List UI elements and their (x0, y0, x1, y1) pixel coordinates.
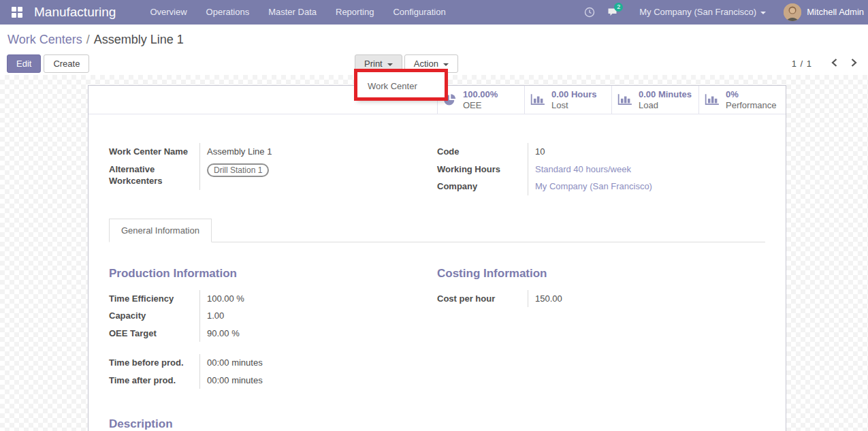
field-value: Drill Station 1 (199, 161, 406, 190)
field-label: Company (437, 178, 528, 195)
pager-next-icon[interactable] (844, 59, 864, 69)
breadcrumb-current: Assembly Line 1 (94, 33, 184, 46)
stat-button-performance[interactable]: 0% Performance (698, 86, 786, 114)
field-value: 90.00 % (199, 325, 406, 342)
menu-operations[interactable]: Operations (197, 0, 259, 25)
costing-information-section: Costing Information Cost per hour 150.00 (437, 267, 765, 389)
navbar-systray: 2 My Company (San Francisco) Mitchell Ad… (578, 0, 864, 25)
action-button[interactable]: Action (404, 54, 458, 73)
field-value: 00:00 minutes (199, 354, 406, 372)
main-menu: Overview Operations Master Data Reportin… (140, 0, 455, 25)
messages-count-badge: 2 (614, 3, 623, 12)
print-dropdown-menu: Work Center (357, 71, 446, 101)
action-label: Action (414, 59, 438, 69)
form-sheet: 100.00% OEE 0.00 Hours Lost (88, 85, 786, 431)
user-photo (784, 3, 801, 21)
create-button[interactable]: Create (44, 54, 89, 73)
menu-configuration[interactable]: Configuration (383, 0, 455, 25)
stat-value: 0.00 Hours (551, 89, 596, 100)
field-label: Working Hours (437, 161, 528, 178)
field-time-before-prod: Time before prod. 00:00 minutes (109, 354, 406, 372)
apps-menu-icon[interactable] (7, 0, 27, 25)
field-label: Time before prod. (109, 354, 199, 372)
stat-value: 0.00 Minutes (639, 89, 692, 100)
company-link[interactable]: My Company (San Francisco) (535, 181, 652, 191)
field-label: Code (437, 143, 528, 161)
menu-master-data[interactable]: Master Data (259, 0, 326, 25)
section-title: Production Information (109, 267, 406, 281)
stat-label: OEE (463, 100, 498, 111)
company-name: My Company (San Francisco) (639, 7, 756, 17)
print-menu-item-work-center[interactable]: Work Center (357, 79, 445, 93)
production-information-section: Production Information Time Efficiency 1… (109, 267, 437, 389)
tab-general-information[interactable]: General Information (109, 219, 212, 242)
description-section: Description Assembly Line 1 Wok Center I… (109, 417, 765, 431)
field-code: Code 10 (437, 143, 735, 161)
stat-button-load[interactable]: 0.00 Minutes Load (611, 86, 698, 114)
chevron-down-icon (760, 12, 766, 14)
bar-chart-icon (705, 94, 720, 106)
stat-label: Performance (726, 100, 776, 111)
activities-clock-icon[interactable] (578, 0, 601, 25)
messages-icon[interactable]: 2 (601, 0, 624, 25)
field-label: Capacity (109, 307, 199, 325)
stat-button-lost[interactable]: 0.00 Hours Lost (524, 86, 611, 114)
avatar[interactable] (784, 3, 801, 21)
menu-overview[interactable]: Overview (140, 0, 196, 25)
field-value: Assembly Line 1 (199, 143, 406, 161)
menu-reporting[interactable]: Reporting (326, 0, 383, 25)
field-time-efficiency: Time Efficiency 100.00 % (109, 290, 406, 308)
field-working-hours: Working Hours Standard 40 hours/week (437, 161, 735, 178)
stat-label: Load (639, 100, 692, 111)
form-right-column: Code 10 Working Hours Standard 40 hours/… (437, 143, 765, 195)
pager-previous-icon[interactable] (824, 59, 844, 69)
field-label: Cost per hour (437, 290, 528, 308)
stat-value: 0% (726, 89, 776, 100)
field-label: Alternative Workcenters (109, 161, 199, 190)
field-label: Time Efficiency (109, 290, 199, 308)
section-title: Costing Information (437, 267, 735, 281)
cp-action-buttons: Print Action (355, 54, 458, 73)
stat-button-oee[interactable]: 100.00% OEE (437, 86, 524, 114)
form-buttons: Edit Create (7, 54, 89, 73)
main-content: 100.00% OEE 0.00 Hours Lost (0, 75, 868, 431)
field-capacity: Capacity 1.00 (109, 307, 406, 325)
field-time-after-prod: Time after prod. 00:00 minutes (109, 372, 406, 389)
field-label: Work Center Name (109, 143, 199, 161)
field-value: 1.00 (199, 307, 406, 325)
bar-chart-icon (530, 94, 545, 106)
edit-button[interactable]: Edit (7, 54, 41, 73)
notebook: General Information Production Informati… (89, 219, 786, 431)
field-value: My Company (San Francisco) (528, 178, 735, 195)
print-label: Print (364, 59, 383, 69)
field-value: 00:00 minutes (199, 372, 406, 389)
field-oee-target: OEE Target 90.00 % (109, 325, 406, 342)
field-label: OEE Target (109, 325, 199, 342)
field-value: 100.00 % (199, 290, 406, 308)
field-value: 150.00 (528, 290, 735, 308)
section-title: Description (109, 417, 765, 431)
chevron-down-icon (387, 63, 393, 66)
top-navbar: Manufacturing Overview Operations Master… (0, 0, 868, 25)
user-menu[interactable]: Mitchell Admin (807, 0, 864, 25)
field-alternative-workcenters: Alternative Workcenters Drill Station 1 (109, 161, 406, 190)
stat-label: Lost (551, 100, 596, 111)
print-button[interactable]: Print (355, 54, 402, 73)
pager-value: 1 / 1 (792, 59, 812, 69)
working-hours-link[interactable]: Standard 40 hours/week (535, 164, 631, 174)
form-fields: Work Center Name Assembly Line 1 Alterna… (89, 114, 786, 195)
company-switcher[interactable]: My Company (San Francisco) (624, 0, 777, 25)
field-value: 10 (528, 143, 735, 161)
breadcrumb-separator: / (86, 33, 90, 46)
field-work-center-name: Work Center Name Assembly Line 1 (109, 143, 406, 161)
breadcrumb-work-centers[interactable]: Work Centers (7, 33, 82, 46)
breadcrumb: Work Centers/Assembly Line 1 (0, 25, 868, 47)
app-title[interactable]: Manufacturing (34, 5, 116, 20)
tab-bar: General Information (109, 219, 765, 242)
pager: 1 / 1 (792, 59, 864, 69)
control-panel: Work Centers/Assembly Line 1 Edit Create… (0, 25, 868, 75)
stat-value: 100.00% (463, 89, 498, 100)
grid-icon (12, 7, 22, 18)
field-value: Standard 40 hours/week (528, 161, 735, 178)
field-company: Company My Company (San Francisco) (437, 178, 735, 195)
